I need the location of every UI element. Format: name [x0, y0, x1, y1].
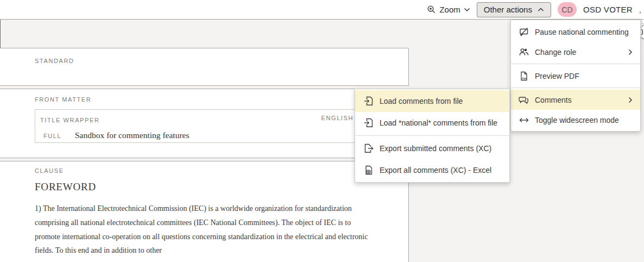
excel-file-icon [363, 165, 374, 176]
front-matter-label: FRONT MATTER [0, 89, 408, 103]
front-matter-section[interactable]: FRONT MATTER TITLE WRAPPER ENGLISH FULL … [0, 89, 409, 158]
title-wrapper-header: TITLE WRAPPER ENGLISH [35, 110, 397, 124]
pdf-file-icon: PDF [519, 71, 529, 82]
zoom-label: Zoom [439, 5, 460, 14]
user-role-label: OSD VOTER [583, 5, 633, 14]
zoom-in-icon [427, 5, 436, 14]
foreword-paragraph: 1) The International Electrotechnical Co… [35, 202, 370, 258]
zoom-dropdown[interactable]: Zoom [427, 5, 470, 14]
document-title[interactable]: Sandbox for commenting features [75, 130, 189, 140]
submenu-item-label: Load *national* comments from file [380, 118, 497, 127]
submenu-item-load-comments[interactable]: Load comments from file [355, 90, 509, 112]
title-wrapper-box[interactable]: TITLE WRAPPER ENGLISH FULL Sandbox for c… [35, 109, 397, 143]
clipped-panel-corner [641, 20, 644, 24]
clause-section[interactable]: CLAUSE FOREWORD 1) The International Ele… [0, 161, 409, 262]
import-file-icon [363, 117, 374, 128]
submenu-item-label: Load comments from file [380, 97, 463, 105]
submenu-item-load-national-comments[interactable]: Load *national* comments from file [355, 112, 509, 134]
standard-label: STANDARD [0, 48, 408, 64]
people-icon [519, 47, 529, 58]
title-row: FULL Sandbox for commenting features [35, 124, 397, 140]
menu-item-change-role[interactable]: Change role [511, 42, 640, 62]
submenu-item-label: Export submitted comments (XC) [380, 144, 491, 153]
foreword-heading: FOREWORD [35, 181, 408, 193]
other-actions-menu: Pause national commenting Change role [510, 20, 641, 132]
submenu-item-export-submitted[interactable]: Export submitted comments (XC) [355, 138, 509, 159]
topbar-right-group: Zoom Other actions CD OSD VOTER , [427, 2, 644, 17]
widescreen-arrows-icon [519, 115, 529, 126]
import-file-icon [363, 96, 374, 107]
topbar: Zoom Other actions CD OSD VOTER , [0, 0, 644, 20]
left-panel-edge [0, 20, 1, 48]
submenu-item-label: Export all comments (XC) - Excel [380, 166, 491, 174]
export-file-icon [363, 143, 374, 154]
comments-submenu: Load comments from file Load *national* … [355, 89, 510, 183]
language-label: ENGLISH [321, 115, 354, 121]
menu-divider [511, 88, 640, 88]
menu-item-label: Preview PDF [535, 72, 579, 80]
chevron-right-icon [628, 97, 633, 103]
submenu-item-export-all-excel[interactable]: Export all comments (XC) - Excel [355, 159, 509, 181]
menu-divider [511, 64, 640, 64]
app-root: Zoom Other actions CD OSD VOTER , [0, 0, 644, 262]
title-wrapper-label: TITLE WRAPPER [40, 117, 99, 123]
clipped-glyph-icon [640, 28, 644, 36]
menu-item-label: Pause national commenting [535, 28, 629, 36]
comment-slash-icon [519, 27, 529, 38]
menu-item-pause-national-commenting[interactable]: Pause national commenting [511, 22, 640, 42]
standard-section[interactable]: STANDARD [0, 48, 409, 86]
clipped-edge-glyph: , [639, 5, 642, 14]
user-avatar[interactable]: CD [558, 2, 577, 17]
comments-icon [519, 95, 529, 105]
chevron-down-icon [464, 8, 470, 12]
menu-item-label: Comments [535, 96, 572, 104]
chevron-right-icon [628, 49, 633, 55]
menu-item-label: Change role [535, 48, 576, 57]
chevron-up-icon [538, 8, 544, 12]
menu-item-label: Toggle widescreen mode [535, 116, 619, 124]
menu-item-comments[interactable]: Comments [511, 90, 640, 110]
full-title-label: FULL [43, 133, 75, 139]
menu-item-toggle-widescreen[interactable]: Toggle widescreen mode [511, 110, 640, 130]
other-actions-label: Other actions [484, 5, 532, 14]
menu-item-preview-pdf[interactable]: PDF Preview PDF [511, 66, 640, 86]
clause-label: CLAUSE [0, 161, 408, 174]
menu-divider [355, 135, 509, 136]
svg-text:PDF: PDF [522, 77, 527, 80]
other-actions-button[interactable]: Other actions [477, 2, 551, 17]
